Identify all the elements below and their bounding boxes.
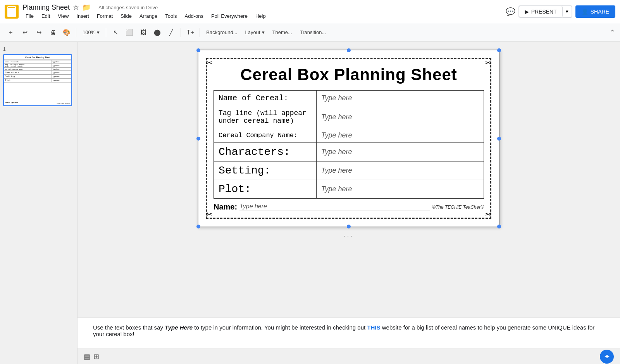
toolbar: + ↩ ↪ 🖨 🎨 100% ▾ ↖ ⬜ 🖼 ⬤ ╱ T+ Background… (0, 23, 620, 42)
menu-poll[interactable]: Poll Everywhere (208, 12, 251, 20)
value-company[interactable]: Type here (316, 128, 484, 143)
slide-inner: ✂ ✂ ✂ ✂ Cereal Box Planning Sheet Name o… (206, 58, 491, 219)
slide-view-button[interactable]: ▤ (84, 352, 90, 361)
menu-addons[interactable]: Add-ons (182, 12, 207, 20)
share-button[interactable]: 👤 SHARE (575, 5, 615, 18)
main-area: 1 Cereal Box Planning Sheet Name of Cere… (0, 42, 620, 364)
app-icon (5, 5, 19, 19)
add-text-button[interactable]: T+ (184, 26, 196, 39)
redo-button[interactable]: ↪ (33, 26, 45, 39)
shape-tool[interactable]: ⬤ (151, 26, 164, 39)
name-row: Name: Type here ©The TECHiE TeaCher® (214, 203, 484, 211)
background-button[interactable]: Background... (203, 28, 240, 37)
layout-dropdown-icon: ▾ (262, 29, 265, 35)
menu-view[interactable]: View (55, 12, 72, 20)
paint-format-button[interactable]: 🎨 (60, 26, 73, 39)
present-icon: ▶ (525, 9, 529, 15)
corner-arrow-br: ✂ (485, 209, 491, 219)
value-setting[interactable]: Type here (316, 161, 484, 180)
corner-arrow-tr: ✂ (485, 58, 491, 67)
cursor-tool[interactable]: ↖ (109, 26, 122, 39)
value-plot[interactable]: Type here (316, 180, 484, 199)
label-plot: Plot: (214, 180, 317, 199)
copyright: ©The TECHiE TeaCher® (432, 204, 484, 210)
present-button[interactable]: ▶ PRESENT (519, 6, 563, 17)
label-tagline: Tag line (will appearunder cereal name) (214, 106, 317, 128)
handle-tc[interactable] (347, 48, 351, 52)
corner-arrow-bl: ✂ (206, 209, 213, 219)
label-company: Cereal Company Name: (214, 128, 317, 143)
folder-icon[interactable]: 📁 (82, 3, 91, 12)
print-button[interactable]: 🖨 (46, 26, 59, 39)
name-label: Name: (214, 203, 237, 211)
share-icon: 👤 (582, 9, 588, 15)
thumb-name-row: Name: Type here (5, 101, 18, 103)
image-tool[interactable]: 🖼 (137, 26, 150, 39)
value-tagline[interactable]: Type here (316, 106, 484, 128)
handle-bl[interactable] (196, 225, 200, 228)
planning-table: Name of Cereal: Type here Tag line (will… (214, 90, 484, 199)
slide-panel: 1 Cereal Box Planning Sheet Name of Cere… (0, 42, 78, 364)
handle-br[interactable] (497, 225, 501, 228)
table-row: Characters: Type here (214, 143, 484, 161)
toolbar-right: ⌃ (610, 28, 615, 37)
save-status: All changes saved in Drive (98, 5, 158, 10)
this-link[interactable]: THIS (367, 324, 380, 331)
table-row: Tag line (will appearunder cereal name) … (214, 106, 484, 128)
bottom-bar: Use the text boxes that say Type Here to… (78, 318, 620, 349)
layout-button[interactable]: Layout ▾ (242, 28, 267, 37)
toolbar-divider-2 (106, 28, 106, 37)
label-characters: Characters: (214, 143, 317, 161)
handle-ml[interactable] (196, 137, 200, 141)
top-bar: Planning Sheet ☆ 📁 All changes saved in … (0, 0, 620, 23)
menu-help[interactable]: Help (252, 12, 269, 20)
menu-format[interactable]: Format (94, 12, 116, 20)
theme-button[interactable]: Theme... (269, 28, 295, 37)
toolbar-divider-1 (76, 28, 76, 37)
menu-file[interactable]: File (22, 12, 37, 20)
bottom-text: Use the text boxes that say Type Here to… (93, 324, 604, 337)
add-button[interactable]: + (5, 26, 17, 39)
menu-slide[interactable]: Slide (117, 12, 135, 20)
handle-bc[interactable] (347, 225, 351, 228)
zoom-dropdown[interactable]: 100% ▾ (79, 28, 103, 37)
value-cereal-name[interactable]: Type here (316, 91, 484, 106)
type-here-bold: Type Here (165, 324, 193, 331)
menu-insert[interactable]: Insert (73, 12, 92, 20)
slide-number: 1 (3, 46, 74, 52)
label-setting: Setting: (214, 161, 317, 180)
table-row: Cereal Company Name: Type here (214, 128, 484, 143)
menu-edit[interactable]: Edit (38, 12, 53, 20)
present-dropdown-button[interactable]: ▾ (563, 6, 572, 17)
thumb-title: Cereal Box Planning Sheet (4, 55, 71, 60)
expand-dots[interactable]: ··· (343, 232, 354, 240)
thumb-table: Name of Cereal:Type here Tag line (will … (4, 60, 71, 82)
bottom-controls: ▤ ⊞ ✦ (78, 349, 620, 364)
undo-button[interactable]: ↩ (19, 26, 31, 39)
table-row: Plot: Type here (214, 180, 484, 199)
transition-button[interactable]: Transition... (297, 28, 329, 37)
toolbar-divider-4 (200, 28, 200, 37)
name-value[interactable]: Type here (239, 203, 430, 211)
handle-mr[interactable] (497, 137, 501, 141)
handle-tl[interactable] (196, 48, 200, 52)
menu-tools[interactable]: Tools (162, 12, 180, 20)
menu-arrange[interactable]: Arrange (136, 12, 160, 20)
zoom-dropdown-icon: ▾ (97, 29, 100, 35)
frame-tool[interactable]: ⬜ (123, 26, 136, 39)
toolbar-divider-3 (181, 28, 181, 37)
chat-button[interactable]: ✦ (600, 350, 614, 364)
grid-view-button[interactable]: ⊞ (93, 352, 99, 361)
line-tool[interactable]: ╱ (165, 26, 177, 39)
handle-tr[interactable] (497, 48, 501, 52)
value-characters[interactable]: Type here (316, 143, 484, 161)
comment-icon[interactable]: 💬 (506, 7, 515, 16)
collapse-toolbar-button[interactable]: ⌃ (610, 29, 615, 36)
canvas-area[interactable]: ✂ ✂ ✂ ✂ Cereal Box Planning Sheet Name o… (78, 42, 620, 318)
slide-thumbnail[interactable]: Cereal Box Planning Sheet Name of Cereal… (3, 54, 72, 106)
star-icon[interactable]: ☆ (73, 3, 79, 12)
corner-arrow-tl: ✂ (206, 58, 213, 67)
document-title[interactable]: Planning Sheet (22, 3, 70, 12)
table-row: Name of Cereal: Type here (214, 91, 484, 106)
menu-bar: File Edit View Insert Format Slide Arran… (22, 12, 506, 20)
